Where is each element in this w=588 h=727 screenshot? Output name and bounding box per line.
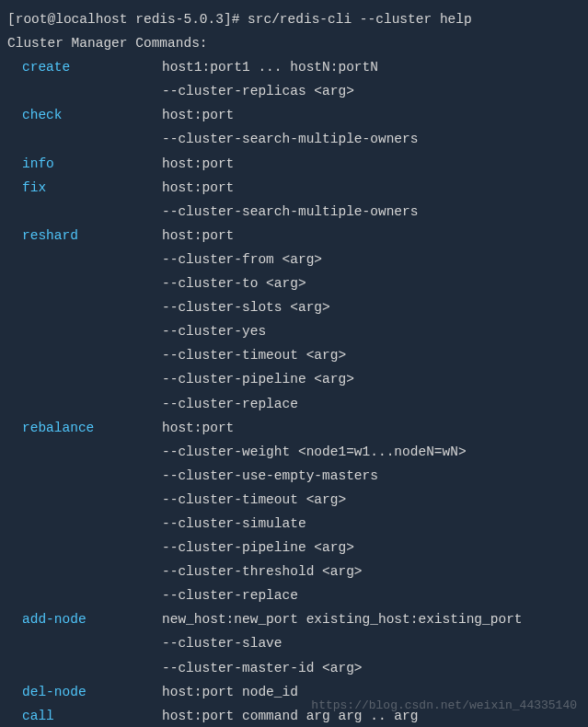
command-option: --cluster-to <arg> <box>162 271 306 295</box>
command-name: call <box>22 704 162 727</box>
command-arg: host:port node_id <box>162 680 298 704</box>
command-option: --cluster-yes <box>162 319 266 343</box>
command-option: --cluster-threshold <arg> <box>162 560 363 583</box>
command-arg: host:port <box>162 103 234 127</box>
command-option: --cluster-search-multiple-owners <box>162 127 418 151</box>
command-row: add-nodenew_host:new_port existing_host:… <box>7 607 581 631</box>
command-row: createhost1:port1 ... hostN:portN <box>7 55 581 79</box>
command-name: fix <box>22 176 162 200</box>
command-option: --cluster-slots <arg> <box>162 295 330 319</box>
command-option-row: --cluster-simulate <box>7 512 581 536</box>
command-option-row: --cluster-from <arg> <box>7 248 581 271</box>
command-option-row: --cluster-threshold <arg> <box>7 560 581 583</box>
command-name: reshard <box>22 224 162 248</box>
command-arg: host:port <box>162 416 234 440</box>
command-option: --cluster-pipeline <arg> <box>162 367 354 391</box>
command-row: del-nodehost:port node_id <box>7 680 581 704</box>
command-option-row: --cluster-replace <box>7 392 581 416</box>
command-option-row: --cluster-replicas <arg> <box>7 79 581 103</box>
command-name: rebalance <box>22 416 162 440</box>
command-option-row: --cluster-timeout <arg> <box>7 488 581 512</box>
terminal-prompt-line[interactable]: [root@localhost redis-5.0.3]# src/redis-… <box>7 7 581 31</box>
command-name: create <box>22 55 162 79</box>
command-option-row: --cluster-pipeline <arg> <box>7 367 581 391</box>
command-option: --cluster-timeout <arg> <box>162 488 346 512</box>
command-row: callhost:port command arg arg .. arg <box>7 704 581 727</box>
output-header: Cluster Manager Commands: <box>7 31 581 55</box>
command-option: --cluster-pipeline <arg> <box>162 536 354 560</box>
command-option-row: --cluster-slots <arg> <box>7 295 581 319</box>
command-option-row: --cluster-pipeline <arg> <box>7 536 581 560</box>
command-arg: host:port <box>162 176 234 200</box>
command-option-row: --cluster-yes <box>7 319 581 343</box>
command-option: --cluster-use-empty-masters <box>162 464 378 488</box>
command-option: --cluster-master-id <arg> <box>162 656 363 680</box>
command-arg: host:port command arg arg .. arg <box>162 704 418 727</box>
command-option: --cluster-replace <box>162 583 298 607</box>
command-name: check <box>22 103 162 127</box>
command-row: infohost:port <box>7 152 581 176</box>
command-option: --cluster-weight <node1=w1...nodeN=wN> <box>162 440 467 464</box>
command-option-row: --cluster-weight <node1=w1...nodeN=wN> <box>7 440 581 464</box>
command-name: add-node <box>22 607 162 631</box>
commands-list: createhost1:port1 ... hostN:portN--clust… <box>7 55 581 727</box>
command-option-row: --cluster-to <arg> <box>7 271 581 295</box>
command-row: fixhost:port <box>7 176 581 200</box>
command-option: --cluster-replace <box>162 392 298 416</box>
shell-prompt: [root@localhost redis-5.0.3]# src/redis-… <box>7 12 472 27</box>
command-option: --cluster-replicas <arg> <box>162 79 354 103</box>
command-arg: host:port <box>162 152 234 176</box>
command-option-row: --cluster-search-multiple-owners <box>7 200 581 224</box>
command-option: --cluster-search-multiple-owners <box>162 200 418 224</box>
command-arg: host1:port1 ... hostN:portN <box>162 55 378 79</box>
command-name: info <box>22 152 162 176</box>
command-row: rebalancehost:port <box>7 416 581 440</box>
command-option-row: --cluster-search-multiple-owners <box>7 127 581 151</box>
command-name: del-node <box>22 680 162 704</box>
command-option: --cluster-simulate <box>162 512 306 536</box>
command-option-row: --cluster-master-id <arg> <box>7 656 581 680</box>
command-option: --cluster-from <arg> <box>162 248 322 271</box>
command-option-row: --cluster-slave <box>7 631 581 655</box>
command-arg: new_host:new_port existing_host:existing… <box>162 607 523 631</box>
command-option-row: --cluster-replace <box>7 583 581 607</box>
command-option-row: --cluster-use-empty-masters <box>7 464 581 488</box>
command-row: reshardhost:port <box>7 224 581 248</box>
command-option: --cluster-timeout <arg> <box>162 343 346 367</box>
command-option: --cluster-slave <box>162 631 282 655</box>
command-arg: host:port <box>162 224 234 248</box>
command-row: checkhost:port <box>7 103 581 127</box>
command-option-row: --cluster-timeout <arg> <box>7 343 581 367</box>
